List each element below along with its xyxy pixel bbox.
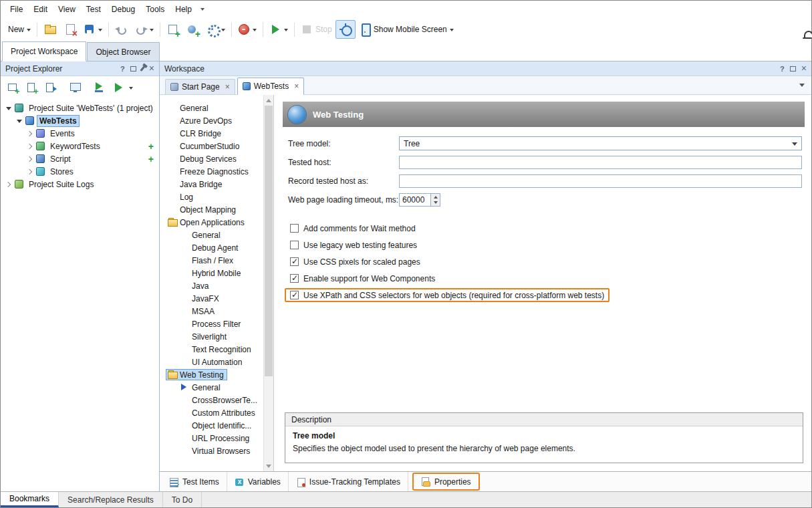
settings-nav-item[interactable]: Java Bridge — [160, 178, 263, 190]
tested-host-input[interactable] — [399, 156, 802, 169]
record-tested-host-input[interactable] — [399, 174, 802, 188]
settings-nav-item[interactable]: Text Recognition — [160, 343, 263, 356]
checkbox[interactable] — [290, 274, 299, 283]
tree-item-stores[interactable]: Stores — [1, 165, 159, 178]
settings-nav-item[interactable]: JavaFX — [160, 292, 263, 305]
scroll-up-icon[interactable] — [264, 95, 273, 105]
settings-nav-item[interactable]: Object Mapping — [160, 203, 263, 216]
menu-debug[interactable]: Debug — [106, 2, 140, 17]
chevron-down-icon[interactable] — [284, 29, 288, 33]
tab-list-chevron-icon[interactable] — [799, 84, 805, 90]
chevron-down-icon[interactable] — [221, 29, 225, 33]
chevron-down-icon[interactable] — [253, 29, 257, 33]
menu-view[interactable]: View — [53, 2, 81, 17]
add-button[interactable] — [148, 154, 154, 164]
menu-edit[interactable]: Edit — [28, 2, 53, 17]
nav-web-testing-general[interactable]: General — [160, 381, 263, 394]
checkpoint-button[interactable] — [183, 20, 203, 39]
settings-nav-item[interactable]: MSAA — [160, 305, 263, 318]
settings-nav-item[interactable]: Java — [160, 279, 263, 292]
tree-item-script[interactable]: Script — [1, 152, 159, 165]
settings-nav-item[interactable]: Hybrid Mobile — [160, 267, 263, 279]
scrollbar[interactable] — [263, 95, 273, 471]
close-file-button[interactable] — [60, 20, 80, 39]
scroll-down-icon[interactable] — [264, 461, 273, 471]
timeout-spinner[interactable]: 60000 — [399, 193, 430, 207]
checkbox[interactable] — [290, 291, 299, 299]
settings-nav-item[interactable]: General — [160, 229, 263, 241]
settings-nav-item[interactable]: Log — [160, 190, 263, 203]
settings-nav-item[interactable]: CLR Bridge — [160, 127, 263, 140]
close-icon[interactable] — [149, 64, 154, 73]
options-button[interactable] — [203, 20, 229, 39]
settings-nav-item[interactable]: Process Filter — [160, 318, 263, 330]
toolbar-button[interactable] — [108, 22, 109, 37]
settings-nav-item[interactable]: Debug Services — [160, 152, 263, 165]
tab-webtests[interactable]: WebTests — [237, 78, 304, 95]
toolbar-button[interactable] — [294, 22, 295, 37]
settings-nav-item[interactable]: Flash / Flex — [160, 254, 263, 267]
stop-button[interactable]: Stop — [297, 20, 335, 39]
checkbox-legacy-web-testing[interactable]: Use legacy web testing features — [285, 238, 422, 252]
tab-issue-tracking-templates[interactable]: Issue-Tracking Templates — [289, 472, 408, 491]
tab-search-replace-results[interactable]: Search/Replace Results — [59, 492, 163, 507]
display-mobile-screen-toggle[interactable] — [335, 20, 356, 39]
checkbox-web-components[interactable]: Enable support for Web Components — [285, 271, 440, 285]
settings-nav-item[interactable]: Custom Attributes — [160, 406, 263, 419]
settings-nav-item[interactable]: Freeze Diagnostics — [160, 165, 263, 178]
close-icon[interactable] — [801, 64, 807, 73]
settings-nav-item[interactable]: Silverlight — [160, 330, 263, 343]
checkbox[interactable] — [290, 224, 299, 233]
menu-tools[interactable]: Tools — [140, 2, 170, 17]
open-button[interactable] — [40, 20, 60, 39]
tab-project-workspace[interactable]: Project Workspace — [2, 41, 86, 61]
chevron-down-icon[interactable] — [27, 29, 31, 33]
expander-icon[interactable] — [14, 116, 24, 126]
chevron-down-icon[interactable] — [450, 29, 454, 33]
checkbox-xpath-css-selectors[interactable]: Use XPath and CSS selectors for web obje… — [285, 288, 610, 302]
tab-variables[interactable]: Variables — [227, 472, 289, 491]
settings-nav-item[interactable]: Azure DevOps — [160, 114, 263, 127]
record-button[interactable] — [235, 20, 260, 39]
expander-icon[interactable] — [25, 154, 35, 164]
redo-button[interactable] — [132, 20, 157, 39]
spin-down-icon[interactable] — [431, 200, 440, 206]
expander-icon[interactable] — [3, 103, 13, 113]
tree-item-project-suite-logs[interactable]: Project Suite Logs — [1, 178, 159, 190]
maximize-icon[interactable] — [790, 66, 796, 72]
object-browser-button[interactable] — [66, 78, 84, 96]
chevron-down-icon[interactable] — [98, 29, 102, 33]
run-project-suite-button[interactable] — [91, 78, 108, 96]
chevron-down-icon[interactable] — [150, 29, 154, 33]
spin-up-icon[interactable] — [431, 194, 440, 200]
toolbar-button[interactable] — [37, 22, 37, 37]
settings-nav-item[interactable]: Debug Agent — [160, 241, 263, 254]
expander-icon[interactable] — [25, 166, 35, 176]
tab-test-items[interactable]: Test Items — [162, 472, 227, 491]
menu-file[interactable]: File — [5, 2, 28, 17]
run-button[interactable] — [266, 20, 291, 39]
add-project-suite-button[interactable] — [4, 78, 21, 96]
add-button[interactable] — [148, 142, 154, 151]
expander-icon[interactable] — [3, 179, 13, 189]
settings-nav-item[interactable]: UI Automation — [160, 356, 263, 368]
settings-nav-item[interactable]: Virtual Browsers — [160, 444, 263, 457]
tab-properties[interactable]: Properties — [412, 473, 480, 491]
chevron-down-icon[interactable] — [129, 87, 133, 92]
toolbar-button[interactable] — [160, 22, 160, 37]
add-project-item-button[interactable] — [23, 78, 40, 96]
settings-nav-item[interactable]: General — [160, 102, 263, 114]
nav-web-testing[interactable]: Web Testing — [160, 368, 263, 381]
tab-object-browser[interactable]: Object Browser — [87, 42, 159, 61]
close-tab-icon[interactable] — [294, 82, 299, 90]
tab-to-do[interactable]: To Do — [163, 492, 202, 507]
menubar-overflow-chevron-icon[interactable] — [200, 8, 205, 13]
new-button[interactable]: New — [5, 20, 34, 39]
toolbar-button[interactable] — [263, 22, 263, 37]
scrollbar-thumb[interactable] — [265, 106, 273, 376]
checkbox-add-comments[interactable]: Add comments for Wait method — [285, 221, 421, 235]
expander-icon[interactable] — [25, 141, 35, 151]
run-project-button[interactable] — [110, 78, 127, 96]
checkbox[interactable] — [290, 241, 299, 249]
close-tab-icon[interactable] — [225, 83, 230, 91]
